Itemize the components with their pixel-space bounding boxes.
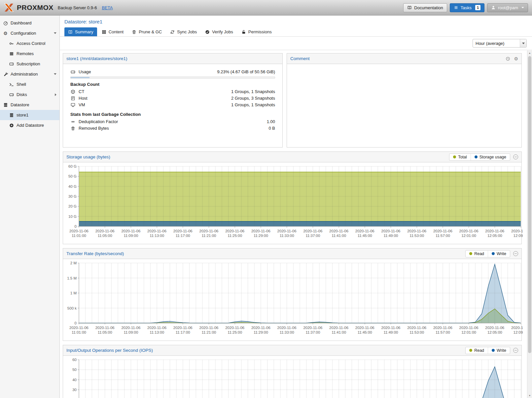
tab-verify-jobs[interactable]: Verify Jobs (201, 27, 237, 36)
user-menu-button[interactable]: root@pam (487, 3, 528, 12)
timeframe-select[interactable]: Hour (average) (473, 39, 527, 48)
sidebar-item-remotes[interactable]: Remotes (0, 49, 59, 59)
chevron-down-icon (521, 7, 524, 8)
legend-read[interactable]: Read (466, 250, 488, 257)
tab-summary[interactable]: Summary (64, 27, 97, 36)
sidebar-item-disks[interactable]: Disks (0, 89, 59, 100)
legend-read[interactable]: Read (466, 347, 488, 354)
comment-body[interactable] (287, 64, 521, 147)
sidebar-item-administration[interactable]: Administration (0, 69, 59, 79)
svg-text:60 G: 60 G (68, 164, 77, 168)
svg-text:2020-11-06: 2020-11-06 (95, 229, 115, 233)
svg-text:50: 50 (72, 368, 77, 372)
svg-text:2020-11-06: 2020-11-06 (199, 229, 219, 233)
expander-down-icon[interactable] (54, 32, 56, 34)
legend-write[interactable]: Write (488, 250, 510, 257)
vm-row: VM 1 Groups, 1 Snapshots (70, 102, 275, 108)
sidebar-item-access-control[interactable]: Access Control (0, 38, 59, 49)
clock-icon[interactable] (506, 56, 510, 61)
ct-count: 1 Groups, 1 Snapshots (231, 89, 275, 94)
svg-text:12:09:00: 12:09:00 (514, 330, 523, 334)
legend-total[interactable]: Total (449, 154, 470, 160)
collapse-icon[interactable] (513, 348, 518, 353)
svg-text:40: 40 (72, 378, 77, 382)
expander-down-icon[interactable] (54, 73, 56, 75)
svg-text:11:41:00: 11:41:00 (332, 330, 346, 334)
page-title: Datastore: store1 (64, 19, 527, 24)
documentation-button[interactable]: Documentation (403, 3, 447, 12)
svg-text:60: 60 (72, 358, 77, 362)
gear-icon[interactable]: ⚙ (514, 56, 518, 61)
svg-text:11:45:00: 11:45:00 (358, 234, 372, 238)
sidebar-item-store1[interactable]: store1 (0, 110, 59, 120)
svg-text:2020-11-06: 2020-11-06 (147, 229, 166, 233)
comment-panel-header: Comment ⚙ (287, 53, 521, 64)
tasks-count-badge: 1 (475, 5, 480, 10)
removed-bytes-label: Removed Bytes (79, 126, 109, 131)
removed-bytes-value: 0 B (268, 126, 275, 131)
svg-text:2020-11-06: 2020-11-06 (459, 229, 479, 233)
main-content: Datastore: store1 SummaryContentPrune & … (60, 16, 532, 398)
svg-text:2020-11-06: 2020-11-06 (147, 326, 166, 330)
legend-write[interactable]: Write (488, 347, 510, 354)
legend-storage-usage[interactable]: Storage usage (471, 154, 510, 160)
transfer-rate-chart: 0500 k1 M1.5 M2 M2020-11-0611:01:002020-… (63, 259, 521, 341)
scroll-up-arrow-icon[interactable]: ▲ (527, 50, 532, 55)
sidebar-item-add-datastore[interactable]: Add Datastore (0, 120, 59, 130)
tab-sync-jobs[interactable]: Sync Jobs (166, 27, 200, 36)
beta-link[interactable]: BETA (102, 5, 113, 10)
list-icon (454, 5, 458, 10)
svg-text:11:49:00: 11:49:00 (384, 330, 398, 334)
top-actions: Documentation Tasks 1 root@pam (403, 3, 528, 12)
svg-text:20 G: 20 G (68, 204, 77, 208)
svg-text:11:53:00: 11:53:00 (409, 234, 424, 238)
scrollbar[interactable]: ▲ ▼ (527, 50, 532, 398)
svg-text:11:25:00: 11:25:00 (228, 234, 242, 238)
vm-label: VM (79, 102, 85, 107)
svg-text:2020-11-06: 2020-11-06 (173, 326, 193, 330)
svg-text:11:53:00: 11:53:00 (409, 330, 424, 334)
storage-chart-legend: TotalStorage usage (449, 153, 510, 161)
collapse-icon[interactable] (513, 154, 518, 159)
svg-text:11:25:00: 11:25:00 (228, 330, 242, 334)
scroll-down-arrow-icon[interactable]: ▼ (527, 393, 532, 398)
sidebar-item-shell[interactable]: Shell (0, 79, 59, 89)
tasks-button[interactable]: Tasks 1 (450, 3, 484, 12)
svg-text:2020-11-06: 2020-11-06 (251, 326, 270, 330)
tab-prune-gc[interactable]: Prune & GC (128, 27, 165, 36)
svg-text:11:37:00: 11:37:00 (305, 234, 320, 238)
page-head: Datastore: store1 (60, 16, 532, 24)
monitor-icon (70, 103, 76, 107)
legend-dot-icon (453, 155, 456, 158)
tab-content[interactable]: Content (98, 27, 127, 36)
transfer-rate-chart-panel: Transfer Rate (bytes/second) ReadWrite 0… (63, 248, 522, 341)
expander-right-icon[interactable] (55, 93, 56, 96)
sidebar-item-configuration[interactable]: ⚙Configuration (0, 28, 59, 38)
brand: PROXMOX Backup Server 0.9-6 BETA (4, 3, 113, 12)
svg-text:11:13:00: 11:13:00 (150, 234, 164, 238)
tab-permissions[interactable]: Permissions (238, 27, 275, 36)
svg-text:11:41:00: 11:41:00 (332, 234, 346, 238)
select-trigger[interactable] (520, 39, 526, 47)
hdd-icon (9, 92, 14, 97)
storage-chart-title: Storage usage (bytes) (66, 154, 110, 159)
key-icon (9, 41, 14, 46)
svg-text:11:33:00: 11:33:00 (280, 330, 294, 334)
svg-text:11:37:00: 11:37:00 (305, 330, 320, 334)
sidebar-item-subscription[interactable]: Subscription (0, 59, 59, 69)
svg-text:11:29:00: 11:29:00 (254, 234, 268, 238)
host-row: Host 2 Groups, 3 Snapshots (70, 95, 275, 101)
usage-progress-bar (70, 77, 275, 79)
svg-text:12:05:00: 12:05:00 (487, 234, 502, 238)
svg-text:11:21:00: 11:21:00 (202, 330, 216, 334)
scrollbar-thumb[interactable] (528, 56, 531, 353)
sidebar-item-dashboard[interactable]: Dashboard (0, 18, 59, 28)
svg-text:2020-11-06: 2020-11-06 (69, 326, 89, 330)
sync-icon (170, 30, 175, 34)
collapse-icon[interactable] (513, 251, 518, 256)
sidebar-item-datastore[interactable]: Datastore (0, 100, 59, 110)
svg-text:30: 30 (72, 388, 77, 392)
svg-text:1 M: 1 M (70, 291, 77, 295)
check-icon (205, 30, 210, 34)
svg-text:2020-11-06: 2020-11-06 (225, 229, 244, 233)
